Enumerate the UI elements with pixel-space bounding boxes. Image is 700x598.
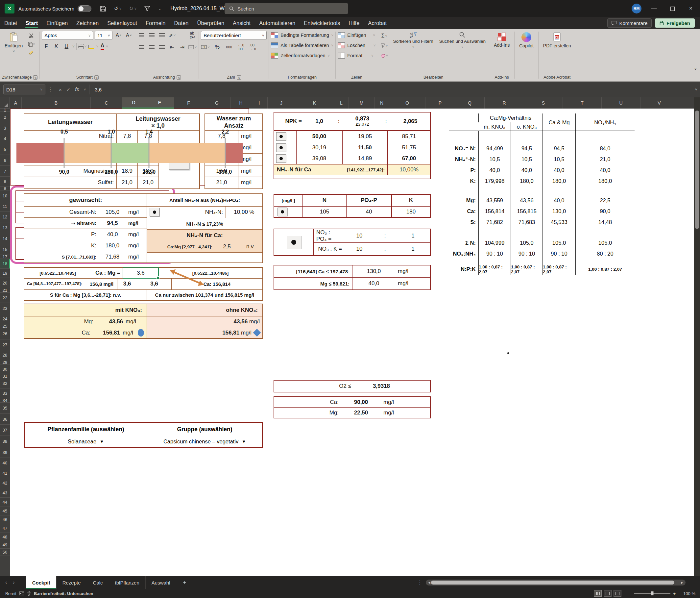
dialog-launcher-icon[interactable]: ⇘ <box>33 75 38 79</box>
cell-value[interactable]: 11,50 <box>343 142 388 153</box>
wrap-text-icon[interactable]: abc↩ <box>188 31 197 40</box>
accessibility-status[interactable]: Barrierefreiheit: Untersuchen <box>34 591 93 596</box>
page-layout-view-button[interactable] <box>604 590 611 597</box>
cell-value[interactable]: 39,08 <box>297 153 343 164</box>
tabs-overflow-icon[interactable]: ⋮ <box>417 579 423 586</box>
prev-sheet-icon[interactable]: ‹ <box>5 580 7 585</box>
row-header-13[interactable]: 13 <box>0 222 10 233</box>
column-header-J[interactable]: J <box>268 97 295 109</box>
cell-value[interactable]: 21,0 <box>117 177 138 189</box>
column-header-U[interactable]: U <box>602 97 641 109</box>
gruppe-dropdown[interactable]: Capsicum chinense – vegetativ▼ <box>147 436 262 447</box>
formula-input[interactable]: 3,6 <box>89 85 695 94</box>
sheet-tab-tblpflanzen[interactable]: tblPflanzen <box>109 576 145 589</box>
align-bottom-icon[interactable] <box>157 31 166 40</box>
row-header-3[interactable]: 3 <box>0 123 10 133</box>
align-center-icon[interactable] <box>147 43 156 51</box>
cell-value[interactable]: 40,0 <box>99 229 126 240</box>
save-icon[interactable] <box>100 6 106 12</box>
row-header-32[interactable]: 32 <box>0 378 10 388</box>
row-header-14[interactable]: 14 <box>0 233 10 244</box>
sheet-tab-auswahl[interactable]: Auswahl <box>145 576 177 589</box>
align-middle-icon[interactable] <box>147 31 156 40</box>
row-header-19[interactable]: 19 <box>0 269 10 278</box>
cell-value[interactable]: 21,0 <box>138 177 159 189</box>
tab-datei[interactable]: Datei <box>0 17 21 29</box>
font-size-select[interactable]: 11˅ <box>95 31 112 40</box>
row-header-9[interactable]: 9 <box>0 187 10 190</box>
row-header-26[interactable]: 26 <box>0 328 10 339</box>
column-header-O[interactable]: O <box>389 97 425 109</box>
tab-ueberpruefen[interactable]: Überprüfen <box>193 17 229 29</box>
merge-center-icon[interactable]: ˅ <box>188 43 197 51</box>
search-input[interactable]: Suchen <box>225 3 348 14</box>
borders-icon[interactable]: ˅ <box>78 42 87 51</box>
row-header-27[interactable]: 27 <box>0 339 10 350</box>
tab-start[interactable]: Start <box>21 17 43 29</box>
row-header-37[interactable]: 37 <box>0 425 10 436</box>
collapse-ribbon-icon[interactable]: ˅ <box>694 67 697 71</box>
cell-value[interactable]: 67,00 <box>388 153 430 164</box>
comments-button[interactable]: Kommentare <box>607 18 652 28</box>
row-header-24[interactable]: 24 <box>0 314 10 324</box>
cell-value[interactable]: 21,0 <box>205 177 239 189</box>
vertical-scrollbar[interactable] <box>694 97 700 576</box>
column-header-N[interactable]: N <box>375 97 389 109</box>
nh4-option-radio[interactable] <box>150 208 159 216</box>
bold-button[interactable]: F <box>42 42 50 51</box>
column-header-P[interactable]: P <box>425 97 455 109</box>
scroll-left-icon[interactable]: ◄ <box>427 580 431 584</box>
row-header-38[interactable]: 38 <box>0 436 10 447</box>
pflanzenfamilie-dropdown[interactable]: Solanaceae▼ <box>25 436 147 447</box>
tab-formeln[interactable]: Formeln <box>141 17 170 29</box>
autosave-toggle[interactable] <box>78 5 92 12</box>
align-top-icon[interactable] <box>137 31 146 40</box>
close-button[interactable]: × <box>681 0 700 17</box>
sheet-tab-rezepte[interactable]: Rezepte <box>56 576 87 589</box>
format-painter-icon[interactable] <box>27 49 35 56</box>
column-header-S[interactable]: S <box>524 97 563 109</box>
row-header-15[interactable]: 15 <box>0 244 10 255</box>
column-header-D[interactable]: D <box>122 97 145 109</box>
column-header-R[interactable]: R <box>485 97 524 109</box>
row-header-1[interactable]: 1 <box>0 109 10 112</box>
ratio-radio[interactable] <box>287 236 301 249</box>
column-header-H[interactable]: H <box>231 97 251 109</box>
row-header-8[interactable]: 8 <box>0 177 10 187</box>
tab-automatisieren[interactable]: Automatisieren <box>255 17 300 29</box>
tab-acrobat[interactable]: Acrobat <box>364 17 391 29</box>
format-button[interactable]: Format˅ <box>338 51 375 60</box>
row-header-7[interactable]: 7 <box>0 166 10 177</box>
row-header-2[interactable]: 2 <box>0 112 10 123</box>
npk-row-radio[interactable] <box>274 142 297 153</box>
dialog-launcher-icon[interactable]: ⇘ <box>237 75 241 79</box>
undo-icon[interactable]: ↺ ˅ <box>114 6 121 11</box>
align-right-icon[interactable] <box>157 43 166 51</box>
font-name-select[interactable]: Aptos˅ <box>42 31 93 40</box>
share-button[interactable]: Freigeben <box>655 18 695 28</box>
row-header-49[interactable]: 49 <box>0 541 10 549</box>
font-color-icon[interactable]: A˅ <box>100 42 108 51</box>
increase-decimal-icon[interactable]: ←.0.00 <box>237 43 245 51</box>
macro-record-icon[interactable] <box>19 591 24 596</box>
column-header-C[interactable]: C <box>91 97 122 109</box>
align-left-icon[interactable] <box>137 43 146 51</box>
zoom-in-icon[interactable]: + <box>673 591 676 596</box>
zoom-slider[interactable] <box>634 593 670 594</box>
row-header-47[interactable]: 47 <box>0 524 10 533</box>
accessibility-icon[interactable] <box>27 591 31 596</box>
row-header-36[interactable]: 36 <box>0 414 10 425</box>
enter-icon[interactable]: ✓ <box>67 87 71 92</box>
mgl-radio[interactable] <box>277 208 288 216</box>
column-header-V[interactable]: V <box>641 97 678 109</box>
zoom-slider-thumb[interactable] <box>651 592 654 595</box>
cell-value[interactable]: 156,8 mg/l <box>86 279 117 289</box>
row-header-18[interactable]: 18 <box>0 259 10 269</box>
column-header-T[interactable]: T <box>563 97 602 109</box>
tab-einfuegen[interactable]: Einfügen <box>42 17 72 29</box>
row-header-44[interactable]: 44 <box>0 498 10 507</box>
scroll-right-icon[interactable]: ► <box>680 580 684 584</box>
clear-icon[interactable]: ˅ <box>380 51 389 60</box>
tab-hilfe[interactable]: Hilfe <box>344 17 364 29</box>
number-format-select[interactable]: Benutzerdefiniert˅ <box>201 31 267 40</box>
